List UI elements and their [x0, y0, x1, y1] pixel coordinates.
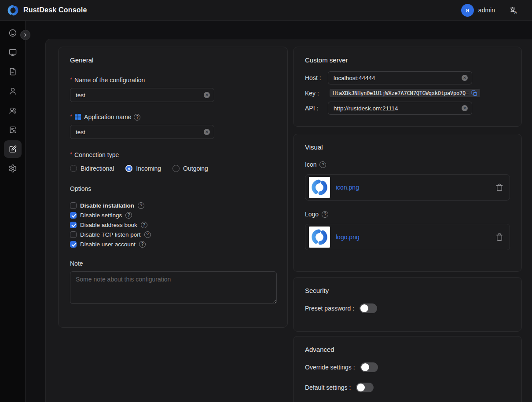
checkbox[interactable]: [70, 212, 77, 219]
icon-thumbnail: [309, 177, 330, 198]
radio-icon[interactable]: [172, 165, 180, 172]
avatar-initial: a: [466, 7, 469, 14]
host-input[interactable]: [328, 75, 472, 81]
checkbox[interactable]: [70, 231, 77, 238]
general-card: General * Name of the configuration ✕ * …: [58, 47, 288, 328]
app-title: RustDesk Console: [23, 6, 87, 14]
option-label[interactable]: Disable user account: [80, 241, 136, 248]
help-icon[interactable]: ?: [139, 241, 146, 248]
api-field: ✕: [328, 102, 472, 115]
help-icon[interactable]: ?: [144, 231, 151, 238]
checkbox[interactable]: [70, 222, 77, 228]
logo-thumbnail: [309, 227, 330, 248]
app-name-label-row: * Application name ?: [70, 113, 276, 121]
options-label: Options: [70, 185, 276, 192]
config-name-input[interactable]: [70, 92, 214, 99]
api-input[interactable]: [328, 105, 472, 112]
general-title: General: [70, 47, 276, 64]
copy-icon[interactable]: [471, 90, 477, 96]
monitor-icon: [8, 48, 17, 57]
sidebar-item-audit-logs[interactable]: [4, 121, 22, 139]
radio-icon[interactable]: [125, 165, 132, 172]
app-name-input[interactable]: [70, 129, 214, 135]
clear-icon[interactable]: ✕: [462, 75, 468, 81]
advanced-card: Advanced Override settings : Default set…: [293, 336, 522, 402]
override-settings-toggle[interactable]: [360, 362, 378, 372]
radio-bidirectional[interactable]: Bidirectional: [70, 165, 114, 172]
host-row: Host : ✕: [305, 71, 510, 84]
default-settings-toggle[interactable]: [356, 383, 374, 392]
checkbox[interactable]: [70, 241, 77, 248]
connection-type-group: Bidirectional Incoming Outgoing: [70, 165, 276, 172]
sidebar-item-custom-clients[interactable]: [4, 140, 22, 158]
users-icon: [8, 106, 17, 115]
rustdesk-logo-icon: [7, 4, 19, 16]
option-label[interactable]: Disable address book: [80, 222, 137, 228]
checkbox[interactable]: [70, 202, 77, 209]
sidebar-item-documents[interactable]: [4, 63, 22, 80]
help-icon[interactable]: ?: [138, 202, 144, 209]
gear-icon: [8, 164, 17, 173]
icon-file-link[interactable]: icon.png: [336, 184, 359, 191]
radio-label: Incoming: [136, 165, 161, 172]
config-name-label: Name of the configuration: [74, 77, 145, 84]
sidebar-item-users[interactable]: [4, 82, 22, 100]
username[interactable]: admin: [478, 7, 495, 14]
option-disable-installation: Disable installation ?: [70, 201, 276, 210]
language-switch-button[interactable]: A: [508, 5, 519, 15]
radio-outgoing[interactable]: Outgoing: [172, 165, 208, 172]
option-label[interactable]: Disable settings: [80, 212, 122, 219]
trash-icon[interactable]: [495, 233, 503, 241]
key-value: HtaXBkJNHyn0e1U1jWXze7A7CN7QTGWqxkOtpaVp…: [333, 90, 469, 96]
options-list: Disable installation ? Disable settings …: [70, 201, 276, 249]
radio-incoming[interactable]: Incoming: [125, 165, 161, 172]
rustdesk-logo-icon: [311, 179, 328, 196]
trash-icon[interactable]: [495, 183, 503, 191]
option-label[interactable]: Disable installation: [80, 202, 134, 209]
sidebar-item-dashboard[interactable]: [4, 24, 22, 42]
sidebar-item-groups[interactable]: [4, 102, 22, 119]
option-label[interactable]: Disable TCP listen port: [80, 231, 141, 238]
sidebar-item-devices[interactable]: [4, 44, 22, 61]
required-asterisk: *: [70, 76, 72, 83]
logo-file-link[interactable]: logo.png: [336, 234, 360, 241]
help-icon[interactable]: ?: [322, 211, 328, 218]
visual-title: Visual: [305, 134, 510, 151]
preset-password-toggle[interactable]: [360, 303, 377, 313]
host-field: ✕: [328, 71, 472, 84]
api-row: API : ✕: [305, 102, 510, 115]
visual-card: Visual Icon ? icon.png Logo ?: [293, 134, 522, 272]
security-card: Security Preset password :: [293, 277, 522, 332]
clear-icon[interactable]: ✕: [462, 105, 468, 111]
windows-icon: [74, 113, 81, 121]
main-panel: General * Name of the configuration ✕ * …: [45, 39, 532, 402]
smiley-icon: [8, 29, 17, 37]
required-asterisk: *: [70, 151, 72, 157]
brand: RustDesk Console: [7, 4, 87, 16]
sidebar-expand-button[interactable]: [20, 30, 30, 40]
security-title: Security: [305, 278, 510, 294]
help-icon[interactable]: ?: [125, 212, 132, 219]
note-textarea[interactable]: [70, 271, 277, 304]
radio-icon[interactable]: [70, 165, 77, 172]
key-row: Key : HtaXBkJNHyn0e1U1jWXze7A7CN7QTGWqxk…: [305, 89, 510, 97]
key-chip: HtaXBkJNHyn0e1U1jWXze7A7CN7QTGWqxkOtpaVp…: [330, 89, 480, 97]
sidebar-item-settings[interactable]: [4, 160, 22, 177]
app-name-field: ✕: [70, 125, 214, 139]
config-name-label-row: * Name of the configuration: [70, 77, 276, 84]
icon-label: Icon: [305, 161, 316, 168]
key-label: Key :: [305, 90, 328, 97]
logo-label-row: Logo ?: [305, 211, 510, 218]
translate-icon: A: [509, 6, 518, 15]
help-icon[interactable]: ?: [141, 222, 147, 228]
avatar[interactable]: a: [461, 4, 474, 17]
clear-icon[interactable]: ✕: [204, 92, 210, 98]
help-icon[interactable]: ?: [134, 114, 140, 121]
option-disable-tcp-listen-port: Disable TCP listen port ?: [70, 230, 276, 239]
help-icon[interactable]: ?: [319, 161, 326, 168]
custom-server-title: Custom server: [305, 47, 510, 64]
svg-text:A: A: [514, 10, 517, 15]
api-label: API :: [305, 105, 328, 112]
clear-icon[interactable]: ✕: [204, 129, 210, 135]
custom-server-card: Custom server Host : ✕ Key : HtaXBkJNHyn…: [293, 47, 522, 127]
